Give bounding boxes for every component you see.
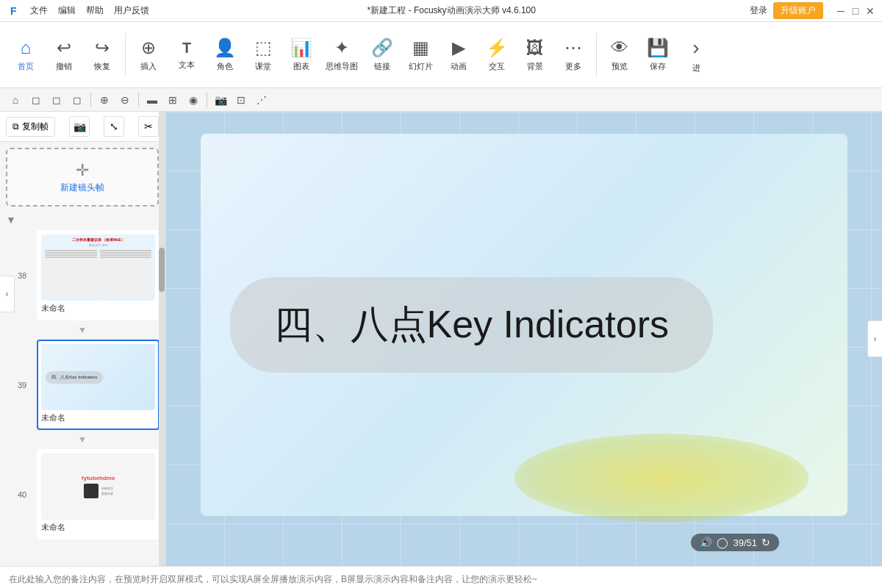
slide-item-40[interactable]: fytubehdme 扫码关注 更多内容 未命名: [37, 449, 159, 539]
new-frame-icon: ✛: [76, 161, 89, 180]
tb2-copy-btn[interactable]: ◻: [26, 90, 46, 110]
window-controls: 登录 升级账户 ─ □ ✕: [750, 2, 876, 19]
interact-label: 交互: [489, 61, 505, 72]
tb2-align-btn[interactable]: ▬: [143, 90, 162, 110]
mindmap-icon: ✦: [334, 37, 349, 58]
toolbar-slides[interactable]: ▦ 幻灯片: [402, 26, 439, 85]
title-bar: F 文件 编辑 帮助 用户反馈 *新建工程 - Focusky动画演示大师 v4…: [0, 0, 882, 22]
copy-frame-icon: ⧉: [12, 121, 19, 132]
copy-frame-button[interactable]: ⧉ 复制帧: [6, 117, 55, 137]
slide-panel: ⧉ 复制帧 📷 ⤡ ✂ ✛ 新建镜头帧 ▼ 38 二分样本量建议表 （标准MoE…: [0, 112, 165, 566]
page-counter-text: 39/51: [733, 537, 757, 548]
new-frame-label: 新建镜头帧: [60, 182, 104, 194]
canvas-area[interactable]: 四、八点Key Indicators 🔊 ◯ 39/51 ↻ ›: [165, 112, 882, 566]
main-toolbar: ⌂ 首页 ↩ 撤销 ↪ 恢复 ⊕ 插入 T 文本 👤 角色 ⬚ 课堂 📊 图表 …: [0, 22, 882, 88]
close-button[interactable]: ✕: [864, 5, 876, 17]
slide-thumb-38: 二分样本量建议表 （标准MoE） 置信水平: 95%: [41, 234, 155, 301]
background-label: 背景: [527, 61, 543, 72]
slide-name-39: 未命名: [41, 410, 155, 426]
toolbar-character[interactable]: 👤 角色: [207, 26, 243, 85]
menu-item-feedback[interactable]: 用户反馈: [110, 3, 154, 18]
toolbar-text[interactable]: T 文本: [168, 26, 205, 85]
page-counter-icon-left: 🔊: [700, 537, 712, 548]
page-counter-icon-right: ↻: [761, 537, 770, 548]
tb2-cut-btn[interactable]: ◻: [68, 90, 87, 110]
tb2-paste-btn[interactable]: ◻: [47, 90, 66, 110]
slide-row-38: 38 二分样本量建议表 （标准MoE） 置信水平: 95%: [18, 227, 165, 323]
login-button[interactable]: 登录: [750, 4, 767, 17]
toolbar-classroom[interactable]: ⬚ 课堂: [245, 26, 282, 85]
menu-item-file[interactable]: 文件: [26, 3, 52, 18]
toolbar-undo[interactable]: ↩ 撤销: [46, 26, 82, 85]
toolbar-preview[interactable]: 👁 预览: [601, 26, 638, 85]
slide-item-39[interactable]: 四、八点Key Indicators 未命名: [37, 340, 159, 430]
toolbar-mindmap[interactable]: ✦ 思维导图: [321, 26, 362, 85]
fit-button[interactable]: ⤡: [104, 116, 124, 137]
scrollbar-track: [159, 112, 165, 566]
text-label: 文本: [179, 60, 195, 71]
tb2-grid-btn[interactable]: ⊞: [163, 90, 182, 110]
new-frame-area[interactable]: ✛ 新建镜头帧: [6, 148, 159, 207]
link-label: 链接: [374, 61, 390, 72]
tb2-zoom-out-btn[interactable]: ⊖: [115, 90, 135, 110]
character-icon: 👤: [214, 37, 236, 58]
scrollbar-thumb[interactable]: [159, 248, 165, 292]
expand-right-button[interactable]: ›: [867, 320, 882, 357]
toolbar-next[interactable]: › 进: [678, 26, 714, 85]
app-logo: F: [6, 4, 21, 18]
interact-icon: ⚡: [486, 37, 508, 58]
toolbar-animation[interactable]: ▶ 动画: [440, 26, 477, 85]
camera-button[interactable]: 📷: [69, 116, 90, 137]
more-label: 更多: [565, 61, 581, 72]
menu-item-edit[interactable]: 编辑: [54, 3, 80, 18]
next-label: 进: [692, 62, 700, 74]
preview-icon: 👁: [611, 37, 628, 58]
background-icon: 🖼: [526, 37, 544, 58]
tb2-photo-btn[interactable]: 📷: [211, 90, 230, 110]
toolbar-home[interactable]: ⌂ 首页: [7, 26, 44, 85]
toolbar-background[interactable]: 🖼 背景: [517, 26, 553, 85]
tb2-zoom-in-btn[interactable]: ⊕: [95, 90, 114, 110]
menu-item-help[interactable]: 帮助: [82, 3, 108, 18]
slide-item-38[interactable]: 二分样本量建议表 （标准MoE） 置信水平: 95%: [37, 230, 159, 320]
maximize-button[interactable]: □: [850, 5, 861, 17]
chart-label: 图表: [293, 61, 309, 72]
panel-controls: ⧉ 复制帧 📷 ⤡ ✂: [0, 112, 165, 142]
slide-number-40: 40: [18, 490, 26, 499]
upgrade-button[interactable]: 升级账户: [773, 2, 823, 19]
expand-arrow-38[interactable]: ▼: [6, 214, 16, 226]
toolbar-redo[interactable]: ↪ 恢复: [84, 26, 121, 85]
insert-icon: ⊕: [141, 37, 156, 58]
toolbar-more[interactable]: ⋯ 更多: [555, 26, 592, 85]
chart-icon: 📊: [290, 37, 312, 58]
notes-input[interactable]: [9, 573, 873, 588]
tb2-home-btn[interactable]: ⌂: [6, 90, 25, 110]
tb2-layer-btn[interactable]: ⊡: [232, 90, 251, 110]
toolbar-save[interactable]: 💾 保存: [639, 26, 676, 85]
window-title: *新建工程 - Focusky动画演示大师 v4.6.100: [154, 4, 750, 17]
crop-button[interactable]: ✂: [138, 116, 159, 137]
minimize-button[interactable]: ─: [835, 5, 847, 17]
toolbar-insert[interactable]: ⊕ 插入: [130, 26, 167, 85]
classroom-icon: ⬚: [255, 37, 272, 58]
slide-main-text[interactable]: 四、八点Key Indicators: [230, 277, 714, 373]
insert-label: 插入: [140, 61, 157, 72]
slide-number-39: 39: [18, 381, 26, 390]
animation-icon: ▶: [452, 37, 465, 58]
toolbar-link[interactable]: 🔗 链接: [364, 26, 401, 85]
tb2-fit-btn[interactable]: ⋰: [252, 90, 271, 110]
toolbar-interact[interactable]: ⚡ 交互: [478, 26, 515, 85]
tb2-snap-btn[interactable]: ◉: [184, 90, 203, 110]
toolbar-separator-1: [125, 33, 126, 77]
toolbar-chart[interactable]: 📊 图表: [283, 26, 320, 85]
slide-name-38: 未命名: [41, 301, 155, 316]
slide-down-39: ▼: [0, 433, 165, 446]
save-icon: 💾: [647, 37, 669, 58]
slide-row-39: 39 四、八点Key Indicators 未命名: [18, 337, 165, 433]
collapse-panel-button[interactable]: ‹: [0, 276, 15, 312]
redo-label: 恢复: [94, 61, 110, 72]
secondary-toolbar: ⌂ ◻ ◻ ◻ ⊕ ⊖ ▬ ⊞ ◉ 📷 ⊡ ⋰: [0, 88, 882, 112]
page-counter: 🔊 ◯ 39/51 ↻: [691, 534, 779, 551]
page-counter-icon-mid: ◯: [717, 537, 728, 548]
yellow-decoration: [514, 434, 808, 522]
